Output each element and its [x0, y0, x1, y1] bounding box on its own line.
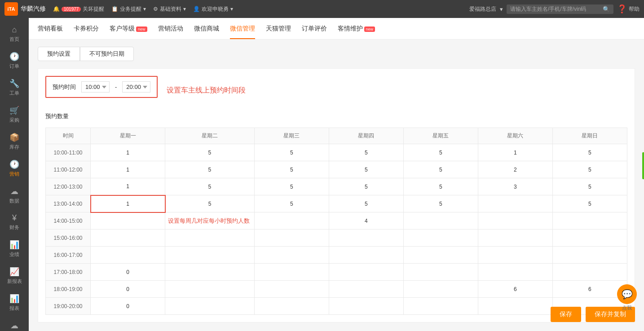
save-button[interactable]: 保存	[551, 307, 581, 322]
cell-r6-c4[interactable]	[403, 247, 478, 264]
cell-r4-c4[interactable]	[403, 212, 478, 229]
cell-r8-c4[interactable]	[403, 281, 478, 298]
chat-bubble[interactable]: 💬	[617, 284, 637, 304]
cell-r7-c4[interactable]	[403, 264, 478, 281]
cell-input-r2-c1[interactable]	[168, 184, 251, 190]
cell-r4-c3[interactable]	[329, 212, 403, 229]
cell-r3-c4[interactable]	[403, 195, 478, 212]
sidebar-item-insurance[interactable]: ☁ 保险	[0, 317, 29, 331]
cell-input-r7-c3[interactable]	[332, 269, 401, 275]
cell-r1-c2[interactable]	[254, 161, 329, 178]
business-reminder[interactable]: 📋 业务提醒 ▾	[111, 5, 146, 13]
cell-input-r9-c0[interactable]	[93, 303, 162, 309]
cell-r5-c4[interactable]	[403, 229, 478, 247]
cell-input-r5-c5[interactable]	[481, 235, 550, 241]
cell-input-r2-c0[interactable]	[93, 183, 162, 190]
cell-input-r6-c3[interactable]	[332, 252, 401, 258]
sidebar-item-storage[interactable]: 📦 库存	[0, 129, 29, 154]
cell-r4-c0[interactable]	[91, 212, 165, 229]
cell-r0-c4[interactable]	[403, 144, 478, 161]
store-label[interactable]: 爱福路总店	[469, 5, 496, 13]
cell-input-r7-c5[interactable]	[481, 269, 550, 275]
cell-r2-c5[interactable]	[478, 178, 552, 195]
cell-r7-c0[interactable]	[91, 264, 165, 281]
cell-r8-c0[interactable]	[91, 281, 165, 298]
cell-r5-c5[interactable]	[478, 229, 552, 247]
cell-r1-c1[interactable]	[165, 161, 255, 178]
cell-r5-c6[interactable]	[552, 229, 627, 247]
cell-input-r0-c4[interactable]	[406, 150, 475, 156]
cell-input-r3-c6[interactable]	[556, 201, 624, 207]
cell-r8-c2[interactable]	[254, 281, 329, 298]
cell-r0-c6[interactable]	[552, 144, 627, 161]
cell-input-r3-c4[interactable]	[406, 201, 475, 207]
cell-input-r2-c2[interactable]	[257, 184, 326, 190]
cell-r1-c6[interactable]	[552, 161, 627, 178]
cell-r1-c4[interactable]	[403, 161, 478, 178]
cell-r0-c5[interactable]	[478, 144, 552, 161]
cell-r6-c1[interactable]	[165, 247, 255, 264]
sidebar-item-purchase[interactable]: 🛒 采购	[0, 102, 29, 127]
tab-wechat-manage[interactable]: 微信管理	[230, 18, 255, 39]
cell-input-r8-c2[interactable]	[257, 286, 326, 292]
tab-customer-level[interactable]: 客户等级new	[110, 18, 147, 39]
cell-input-r6-c4[interactable]	[406, 252, 475, 258]
cell-r2-c1[interactable]	[165, 178, 255, 195]
cell-input-r0-c1[interactable]	[168, 150, 251, 156]
cell-r3-c5[interactable]	[478, 195, 552, 212]
cell-input-r8-c1[interactable]	[168, 286, 251, 292]
cell-r3-c0[interactable]	[91, 195, 165, 212]
cell-input-r6-c5[interactable]	[481, 252, 550, 258]
tab-order-review[interactable]: 订单评价	[302, 18, 327, 39]
cell-r9-c5[interactable]	[478, 298, 552, 315]
search-input[interactable]	[510, 6, 600, 12]
cell-input-r5-c2[interactable]	[257, 235, 326, 241]
cell-input-r6-c2[interactable]	[257, 252, 326, 258]
tab-marketing-board[interactable]: 营销看板	[38, 18, 63, 39]
tab-customer-care[interactable]: 客情维护new	[338, 18, 375, 39]
cell-input-r7-c2[interactable]	[257, 269, 326, 275]
cell-r8-c5[interactable]	[478, 281, 552, 298]
tab-tmall[interactable]: 天猫管理	[266, 18, 291, 39]
cell-r2-c4[interactable]	[403, 178, 478, 195]
cell-input-r6-c6[interactable]	[556, 252, 624, 258]
cell-r2-c6[interactable]	[552, 178, 627, 195]
sidebar-item-data[interactable]: ☁ 数据	[0, 183, 29, 208]
cell-input-r3-c0[interactable]	[91, 201, 165, 207]
cell-input-r8-c3[interactable]	[332, 286, 401, 292]
cell-r7-c1[interactable]	[165, 264, 255, 281]
cell-r9-c2[interactable]	[254, 298, 329, 315]
cell-input-r0-c2[interactable]	[257, 150, 326, 156]
end-time-select[interactable]: 20:00 18:00 19:00 21:00	[122, 81, 150, 93]
sidebar-item-order[interactable]: 🕐 订单	[0, 48, 29, 73]
cell-input-r9-c1[interactable]	[168, 303, 251, 309]
cell-r5-c2[interactable]	[254, 229, 329, 247]
cell-input-r6-c1[interactable]	[168, 252, 251, 258]
cell-input-r3-c5[interactable]	[481, 201, 550, 207]
cell-input-r1-c1[interactable]	[168, 167, 251, 173]
cell-r2-c2[interactable]	[254, 178, 329, 195]
cell-input-r0-c3[interactable]	[332, 150, 401, 156]
cell-input-r2-c6[interactable]	[556, 184, 624, 190]
cell-r0-c2[interactable]	[254, 144, 329, 161]
tab-wechat-store[interactable]: 微信商城	[194, 18, 219, 39]
cell-r5-c1[interactable]	[165, 229, 255, 247]
cell-r9-c4[interactable]	[403, 298, 478, 315]
cell-r5-c3[interactable]	[329, 229, 403, 247]
cell-r7-c6[interactable]	[552, 264, 627, 281]
cell-r8-c3[interactable]	[329, 281, 403, 298]
sidebar-item-work[interactable]: 🔧 工单	[0, 75, 29, 100]
cell-input-r7-c1[interactable]	[168, 269, 251, 275]
cell-r0-c0[interactable]	[91, 144, 165, 161]
cell-r3-c3[interactable]	[329, 195, 403, 212]
sub-tab-booking-settings[interactable]: 预约设置	[38, 47, 80, 61]
cell-r8-c1[interactable]	[165, 281, 255, 298]
help-button[interactable]: ❓ 帮助	[617, 4, 640, 14]
cell-input-r9-c4[interactable]	[406, 303, 475, 309]
notification-bell[interactable]: 🔔 101977 关坏提醒	[53, 5, 104, 13]
cell-input-r4-c4[interactable]	[406, 218, 475, 224]
cell-r9-c1[interactable]	[165, 298, 255, 315]
cell-r3-c2[interactable]	[254, 195, 329, 212]
cell-input-r3-c1[interactable]	[168, 201, 251, 207]
sidebar-item-finance[interactable]: ¥ 财务	[0, 210, 29, 234]
